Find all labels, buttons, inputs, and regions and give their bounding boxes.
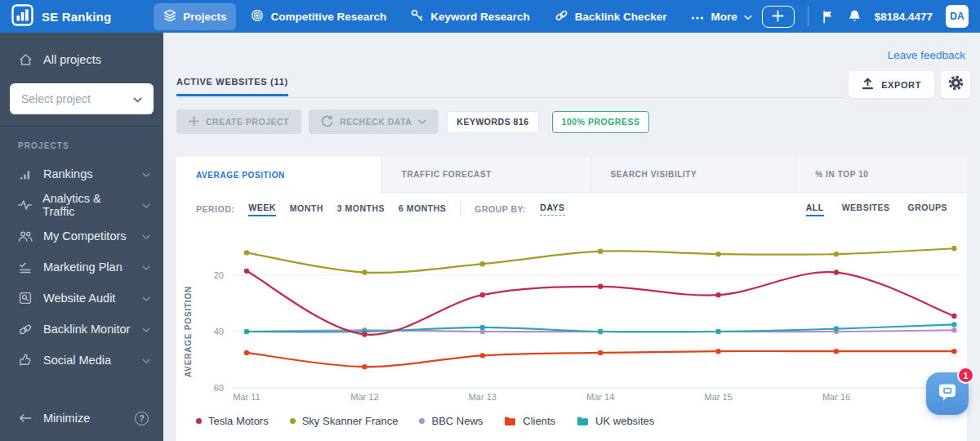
data-point[interactable] bbox=[362, 270, 367, 274]
brand[interactable]: SE Ranking bbox=[0, 4, 154, 29]
people-icon bbox=[18, 230, 33, 243]
data-point[interactable] bbox=[715, 292, 720, 297]
export-button[interactable]: EXPORT bbox=[849, 71, 934, 98]
thumbs-up-icon bbox=[18, 354, 33, 367]
scope-all[interactable]: ALL bbox=[806, 203, 824, 216]
topbar-divider bbox=[808, 7, 808, 26]
rankings-bars-icon bbox=[18, 168, 33, 180]
data-point[interactable] bbox=[598, 350, 603, 355]
y-tick-label: 20 bbox=[214, 270, 224, 280]
data-point[interactable] bbox=[480, 325, 485, 330]
data-point[interactable] bbox=[951, 327, 956, 332]
nav-backlink-checker[interactable]: Backlink Checker bbox=[545, 3, 677, 30]
tab-active-websites[interactable]: ACTIVE WEBSITES (11) bbox=[176, 77, 288, 96]
plus-icon bbox=[772, 9, 784, 24]
y-tick-label: 60 bbox=[214, 383, 224, 393]
sidebar-minimize[interactable]: Minimize bbox=[0, 403, 163, 433]
sidebar-item-analytics-traffic[interactable]: Analytics & Traffic bbox=[0, 189, 163, 220]
account-balance[interactable]: $8184.4477 bbox=[875, 11, 933, 23]
flag-icon[interactable] bbox=[822, 10, 835, 24]
sidebar-item-rankings[interactable]: Rankings bbox=[0, 158, 163, 189]
data-point[interactable] bbox=[834, 349, 839, 354]
data-point[interactable] bbox=[598, 248, 603, 253]
pulse-icon bbox=[18, 199, 32, 211]
sidebar-item-website-audit[interactable]: Website Audit bbox=[0, 283, 163, 314]
tab-traffic-forecast[interactable]: TRAFFIC FORECAST bbox=[381, 157, 590, 193]
nav-label: More bbox=[710, 11, 737, 23]
nav-competitive-research[interactable]: Competitive Research bbox=[241, 3, 396, 30]
target-icon bbox=[251, 9, 264, 24]
tab-average-position[interactable]: AVERAGE POSITION bbox=[176, 157, 381, 193]
data-point[interactable] bbox=[598, 329, 603, 334]
data-point[interactable] bbox=[244, 350, 249, 355]
data-point[interactable] bbox=[834, 270, 839, 274]
data-point[interactable] bbox=[951, 314, 956, 318]
nav-more[interactable]: More bbox=[681, 5, 761, 29]
nav-keyword-research[interactable]: Keyword Research bbox=[401, 3, 540, 30]
avatar[interactable]: DA bbox=[946, 5, 969, 28]
data-point[interactable] bbox=[715, 329, 720, 334]
topbar: SE Ranking Projects Competitive Research… bbox=[0, 0, 980, 33]
legend-item[interactable]: Sky Skanner France bbox=[290, 415, 399, 427]
select-project-placeholder: Select project bbox=[21, 92, 91, 105]
data-point[interactable] bbox=[715, 252, 720, 256]
data-point[interactable] bbox=[951, 322, 956, 327]
recheck-data-button[interactable]: RECHECK DATA bbox=[309, 109, 439, 134]
x-tick-label: Mar 12 bbox=[350, 392, 378, 402]
data-point[interactable] bbox=[480, 353, 485, 358]
brand-name: SE Ranking bbox=[42, 10, 111, 24]
data-point[interactable] bbox=[834, 326, 839, 331]
data-point[interactable] bbox=[362, 332, 367, 336]
x-tick-label: Mar 16 bbox=[822, 392, 850, 402]
data-point[interactable] bbox=[480, 292, 485, 297]
data-point[interactable] bbox=[951, 246, 956, 251]
scope-groups[interactable]: GROUPS bbox=[907, 203, 947, 216]
average-position-chart[interactable]: 204060Mar 11Mar 12Mar 13Mar 14Mar 15Mar … bbox=[176, 225, 967, 412]
sidebar-item-marketing-plan[interactable]: Marketing Plan bbox=[0, 252, 163, 283]
create-project-button[interactable]: CREATE PROJECT bbox=[176, 109, 301, 134]
data-point[interactable] bbox=[244, 269, 249, 274]
sidebar-item-all-projects[interactable]: All projects bbox=[0, 44, 163, 75]
legend-item[interactable]: Clients bbox=[504, 415, 555, 427]
plus-icon bbox=[189, 116, 199, 128]
period-month[interactable]: MONTH bbox=[290, 203, 323, 216]
notifications-bell-icon[interactable] bbox=[848, 9, 862, 24]
settings-button[interactable] bbox=[941, 71, 970, 98]
period-week[interactable]: WEEK bbox=[248, 203, 276, 216]
se-ranking-logo-icon bbox=[11, 4, 33, 29]
data-point[interactable] bbox=[715, 349, 720, 354]
export-label: EXPORT bbox=[881, 80, 921, 90]
sidebar-item-social-media[interactable]: Social Media bbox=[0, 345, 163, 376]
period-3-months[interactable]: 3 MONTHS bbox=[337, 203, 385, 216]
nav-projects[interactable]: Projects bbox=[154, 3, 236, 30]
period-6-months[interactable]: 6 MONTHS bbox=[399, 203, 446, 216]
leave-feedback-link[interactable]: Leave feedback bbox=[888, 49, 965, 61]
add-button[interactable] bbox=[762, 6, 795, 28]
help-icon[interactable] bbox=[135, 412, 149, 425]
chevron-down-icon bbox=[142, 292, 150, 305]
sidebar-item-label: My Competitors bbox=[43, 229, 127, 243]
data-point[interactable] bbox=[834, 252, 839, 256]
scope-websites[interactable]: WEBSITES bbox=[842, 203, 890, 216]
progress-badge: 100% PROGRESS bbox=[552, 111, 650, 133]
data-point[interactable] bbox=[244, 250, 249, 255]
link-icon bbox=[555, 9, 568, 24]
sidebar-item-backlink-monitor[interactable]: Backlink Monitor bbox=[0, 314, 163, 345]
nav-label: Backlink Checker bbox=[575, 11, 667, 23]
select-project-dropdown[interactable]: Select project bbox=[10, 83, 154, 114]
legend-item[interactable]: Tesla Motors bbox=[196, 415, 269, 427]
data-point[interactable] bbox=[244, 329, 249, 334]
sidebar-item-my-competitors[interactable]: My Competitors bbox=[0, 220, 163, 252]
data-point[interactable] bbox=[598, 284, 603, 289]
legend-item[interactable]: BBC News bbox=[419, 415, 483, 427]
tab-search-visibility[interactable]: SEARCH VISIBILITY bbox=[590, 157, 795, 193]
sidebar-item-label: Rankings bbox=[43, 167, 92, 180]
chat-widget-button[interactable]: 1 bbox=[926, 372, 969, 415]
main-content: Leave feedback ACTIVE WEBSITES (11) EXPO… bbox=[163, 33, 980, 441]
tab-percent-in-top-10[interactable]: % IN TOP 10 bbox=[795, 157, 967, 193]
data-point[interactable] bbox=[951, 349, 956, 354]
data-point[interactable] bbox=[480, 261, 485, 266]
group-by-days[interactable]: DAYS bbox=[540, 203, 564, 216]
legend-item[interactable]: UK websites bbox=[577, 415, 654, 427]
data-point[interactable] bbox=[362, 364, 367, 369]
